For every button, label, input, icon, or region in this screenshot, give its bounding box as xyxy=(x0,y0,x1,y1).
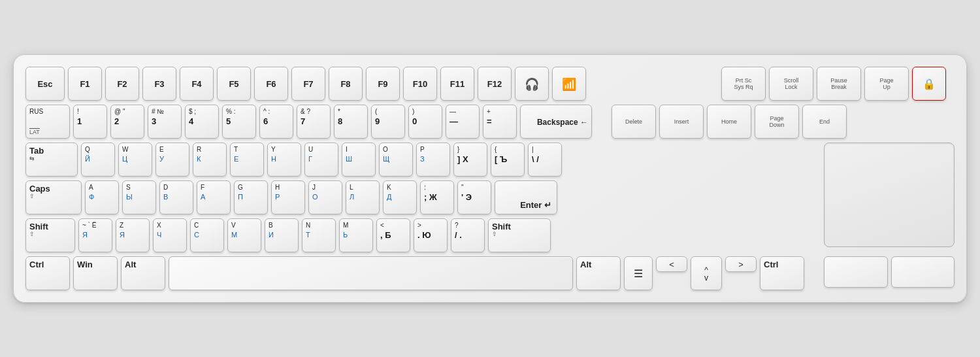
key-f11[interactable]: F11 xyxy=(440,67,474,101)
key-n[interactable]: N Т xyxy=(302,218,336,252)
key-arrow-updown[interactable]: ^ v xyxy=(691,256,722,290)
key-tab[interactable]: Tab ⇆ xyxy=(25,143,78,177)
key-caps[interactable]: Caps ⇧ xyxy=(25,180,82,214)
key-rus-lat[interactable]: RUS LAT xyxy=(25,105,70,139)
key-menu[interactable]: ☰ xyxy=(624,256,653,290)
key-pageup[interactable]: Page Up xyxy=(864,67,909,101)
key-enter[interactable]: Enter ↵ xyxy=(495,180,557,214)
key-insert[interactable]: Insert xyxy=(659,105,704,139)
key-prtsc[interactable]: Prt Sc Sys Rq xyxy=(721,67,766,101)
key-arrow-right[interactable]: > xyxy=(725,256,757,272)
key-space[interactable] xyxy=(169,256,573,290)
key-7[interactable]: & ? 7 xyxy=(297,105,331,139)
key-bracket-close[interactable]: { [ Ъ xyxy=(491,143,525,177)
key-alt-right[interactable]: Alt xyxy=(576,256,621,290)
key-c[interactable]: C С xyxy=(190,218,224,252)
key-r[interactable]: R К xyxy=(193,143,227,177)
key-2[interactable]: @ " 2 xyxy=(110,105,144,139)
key-j[interactable]: J О xyxy=(308,180,342,214)
key-f9[interactable]: F9 xyxy=(366,67,400,101)
key-backslash[interactable]: | \ / xyxy=(528,143,562,177)
key-tilde[interactable]: ~ ` Ё Я xyxy=(78,218,112,252)
key-arrow-left[interactable]: < xyxy=(656,256,687,272)
j-rus: О xyxy=(312,193,318,201)
key-3[interactable]: # № 3 xyxy=(148,105,182,139)
key-v[interactable]: V М xyxy=(227,218,261,252)
key-1[interactable]: ! 1 xyxy=(73,105,107,139)
f-top: F xyxy=(201,184,204,192)
key-sound[interactable]: 🎧 xyxy=(515,67,549,101)
key-delete[interactable]: Delete xyxy=(612,105,656,139)
key-lock[interactable]: 🔒 xyxy=(912,67,946,101)
key-l[interactable]: L Л xyxy=(346,180,380,214)
key-f2[interactable]: F2 xyxy=(105,67,139,101)
key-esc[interactable]: Esc xyxy=(25,67,65,101)
key-9[interactable]: ( 9 xyxy=(371,105,405,139)
touchpad-surface[interactable] xyxy=(824,143,955,247)
touchpad-left-button[interactable] xyxy=(824,256,888,288)
key-f1[interactable]: F1 xyxy=(68,67,102,101)
key-f8[interactable]: F8 xyxy=(329,67,363,101)
key-semicolon[interactable]: : ; Ж xyxy=(420,180,454,214)
key-a[interactable]: A Ф xyxy=(85,180,119,214)
key-alt-left[interactable]: Alt xyxy=(121,256,165,290)
key-p[interactable]: P З xyxy=(416,143,450,177)
key-ctrl-right[interactable]: Ctrl xyxy=(760,256,804,290)
key-f12[interactable]: F12 xyxy=(478,67,512,101)
key-b[interactable]: B И xyxy=(265,218,299,252)
key-period[interactable]: > . Ю xyxy=(414,218,448,252)
key-win[interactable]: Win xyxy=(73,256,118,290)
key-t[interactable]: T Е xyxy=(230,143,264,177)
key-signal[interactable]: 📶 xyxy=(552,67,586,101)
key-f4[interactable]: F4 xyxy=(180,67,214,101)
y-rus: Н xyxy=(271,155,276,163)
key-8[interactable]: * 8 xyxy=(334,105,368,139)
key-6[interactable]: ^ : 6 xyxy=(259,105,293,139)
key0-bot: 0 xyxy=(412,116,417,127)
key-pagedown[interactable]: Page Down xyxy=(755,105,799,139)
key-w[interactable]: W Ц xyxy=(118,143,152,177)
key-slash[interactable]: ? / . xyxy=(451,218,485,252)
key-shift-left[interactable]: Shift ⇧ xyxy=(25,218,75,252)
key-f6[interactable]: F6 xyxy=(254,67,288,101)
key-f[interactable]: F А xyxy=(197,180,231,214)
key-x[interactable]: X Ч xyxy=(153,218,187,252)
key-m[interactable]: M Ь xyxy=(339,218,373,252)
key-bracket-open[interactable]: } ] Х xyxy=(453,143,487,177)
key-k[interactable]: K Д xyxy=(383,180,417,214)
key-q[interactable]: Q Й xyxy=(81,143,115,177)
key-f3[interactable]: F3 xyxy=(142,67,176,101)
key-end[interactable]: End xyxy=(802,105,847,139)
key-5[interactable]: % : 5 xyxy=(222,105,256,139)
key-home[interactable]: Home xyxy=(707,105,751,139)
key-0[interactable]: ) 0 xyxy=(408,105,442,139)
z-top: Z xyxy=(120,222,123,230)
key-f5[interactable]: F5 xyxy=(217,67,251,101)
key-comma[interactable]: < , Б xyxy=(376,218,410,252)
key-f10[interactable]: F10 xyxy=(403,67,437,101)
key-d[interactable]: D В xyxy=(159,180,193,214)
key-u[interactable]: U Г xyxy=(304,143,338,177)
key-s[interactable]: S Ы xyxy=(122,180,156,214)
key-shift-right[interactable]: Shift ⇧ xyxy=(488,218,551,252)
key-o[interactable]: O Щ xyxy=(379,143,413,177)
key-quote[interactable]: " ' Э xyxy=(457,180,491,214)
key-ctrl-left[interactable]: Ctrl xyxy=(25,256,70,290)
key-z[interactable]: Z Я xyxy=(116,218,150,252)
key-scroll[interactable]: Scroll Lock xyxy=(769,67,813,101)
m-top: M xyxy=(343,222,348,230)
key-e[interactable]: E У xyxy=(155,143,189,177)
key-y[interactable]: Y Н xyxy=(267,143,301,177)
key-h[interactable]: H Р xyxy=(271,180,305,214)
key-pause[interactable]: Pause Break xyxy=(817,67,861,101)
key-equals[interactable]: + = xyxy=(483,105,517,139)
f3-label: F3 xyxy=(154,79,164,89)
key-backspace[interactable]: Backspace ← xyxy=(520,105,592,139)
key-i[interactable]: I Ш xyxy=(342,143,376,177)
comma-top: < xyxy=(380,222,384,230)
touchpad-right-button[interactable] xyxy=(891,256,955,288)
key-4[interactable]: $ ; 4 xyxy=(185,105,219,139)
key-f7[interactable]: F7 xyxy=(291,67,325,101)
key-minus[interactable]: — — xyxy=(446,105,480,139)
key-g[interactable]: G П xyxy=(234,180,268,214)
